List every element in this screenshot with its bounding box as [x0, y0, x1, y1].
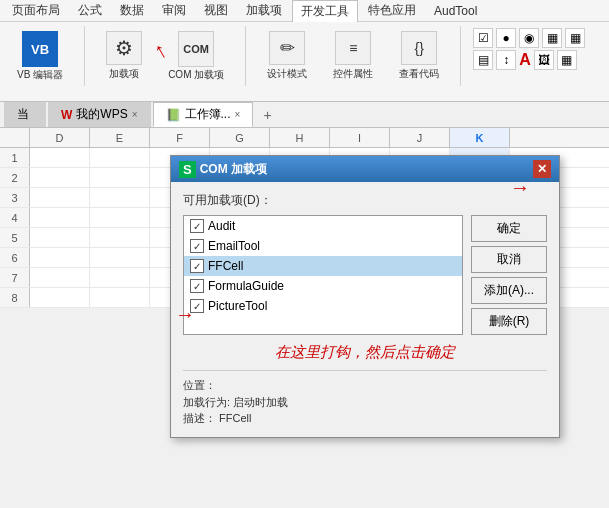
- addon-checkbox-ffcell[interactable]: ✓: [190, 259, 204, 273]
- footer-location: 位置：: [183, 377, 547, 394]
- addon-checkbox-picturetool[interactable]: ✓: [190, 299, 204, 313]
- footer-load: 加载行为: 启动时加载: [183, 394, 547, 411]
- delete-button[interactable]: 删除(R): [471, 308, 547, 335]
- addon-item-picturetool[interactable]: ✓ PictureTool: [184, 296, 462, 316]
- addon-list: ✓ Audit ✓ EmailTool ✓ FFCell ✓ FormulaGu…: [183, 215, 463, 335]
- addon-checkbox-formulaguide[interactable]: ✓: [190, 279, 204, 293]
- addon-checkbox-emailtool[interactable]: ✓: [190, 239, 204, 253]
- addon-item-ffcell[interactable]: ✓ FFCell: [184, 256, 462, 276]
- addon-name-ffcell: FFCell: [208, 259, 243, 273]
- addon-name-emailtool: EmailTool: [208, 239, 260, 253]
- footer-desc: 描述： FFCell: [183, 410, 547, 427]
- com-addon-dialog: S COM 加载项 ✕ 可用加载项(D)： ✓ Audit ✓ EmailToo…: [170, 155, 560, 438]
- addon-name-audit: Audit: [208, 219, 235, 233]
- addon-checkbox-audit[interactable]: ✓: [190, 219, 204, 233]
- addon-list-label: 可用加载项(D)：: [183, 192, 547, 209]
- addon-item-audit[interactable]: ✓ Audit: [184, 216, 462, 236]
- dialog-title: S COM 加载项: [179, 161, 267, 178]
- dialog-body: 可用加载项(D)： ✓ Audit ✓ EmailTool ✓ FFCell: [171, 182, 559, 437]
- dialog-title-text: COM 加载项: [200, 161, 267, 178]
- annotation-text: 在这里打钩，然后点击确定: [183, 343, 547, 362]
- desc-label: 描述：: [183, 412, 216, 424]
- addon-name-formulaguide: FormulaGuide: [208, 279, 284, 293]
- dialog-close-button[interactable]: ✕: [533, 160, 551, 178]
- dialog-title-icon: S: [179, 161, 196, 178]
- dialog-footer: 位置： 加载行为: 启动时加载 描述： FFCell: [183, 370, 547, 427]
- arrow-to-com: ↑: [149, 37, 172, 65]
- dialog-titlebar: S COM 加载项 ✕: [171, 156, 559, 182]
- desc-value: FFCell: [219, 412, 251, 424]
- confirm-button[interactable]: 确定: [471, 215, 547, 242]
- addon-name-picturetool: PictureTool: [208, 299, 267, 313]
- cancel-button[interactable]: 取消: [471, 246, 547, 273]
- add-button[interactable]: 添加(A)...: [471, 277, 547, 304]
- location-label: 位置：: [183, 379, 216, 391]
- addon-item-formulaguide[interactable]: ✓ FormulaGuide: [184, 276, 462, 296]
- dialog-overlay: ↑ S COM 加载项 ✕ 可用加载项(D)： ✓ Audit ✓ Email: [0, 0, 609, 508]
- dialog-buttons: 确定 取消 添加(A)... 删除(R): [471, 215, 547, 335]
- addon-item-emailtool[interactable]: ✓ EmailTool: [184, 236, 462, 256]
- dialog-content: ✓ Audit ✓ EmailTool ✓ FFCell ✓ FormulaGu…: [183, 215, 547, 335]
